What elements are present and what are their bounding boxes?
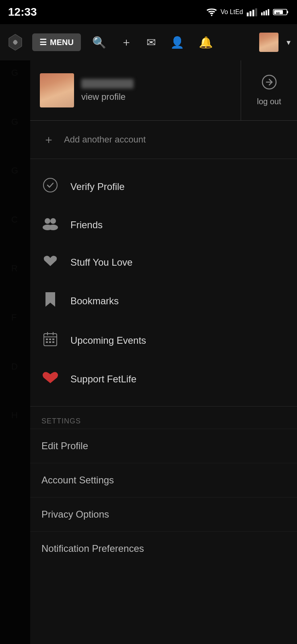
drawer-left-strip xyxy=(0,60,30,644)
profile-section: view profile log out xyxy=(30,60,297,121)
friends-label: Friends xyxy=(70,219,103,231)
menu-item-support-fetlife[interactable]: Support FetLife xyxy=(30,360,297,398)
support-fetlife-icon xyxy=(41,370,59,388)
menu-button[interactable]: ☰ MENU xyxy=(32,33,81,51)
logout-arrow-icon xyxy=(262,74,277,90)
vo-lted-icon: Vo LtEd xyxy=(221,8,243,16)
menu-item-bookmarks[interactable]: Bookmarks xyxy=(30,281,297,321)
svg-rect-5 xyxy=(261,12,263,15)
menu-item-upcoming-events[interactable]: Upcoming Events xyxy=(30,321,297,360)
menu-item-friends[interactable]: Friends xyxy=(30,206,297,244)
status-time: 12:33 xyxy=(8,6,37,19)
upcoming-events-icon xyxy=(41,331,59,349)
signal1-icon xyxy=(246,8,258,17)
verify-profile-label: Verify Profile xyxy=(70,181,125,192)
svg-point-16 xyxy=(50,218,56,224)
verify-profile-icon xyxy=(41,178,59,196)
settings-item-edit-profile[interactable]: Edit Profile xyxy=(30,429,297,463)
battery-icon: 60 xyxy=(273,8,289,17)
svg-rect-1 xyxy=(247,12,249,16)
profile-avatar-image xyxy=(40,73,74,107)
menu-item-stuff-you-love[interactable]: Stuff You Love xyxy=(30,244,297,281)
svg-rect-28 xyxy=(52,341,54,343)
svg-rect-2 xyxy=(250,11,252,17)
svg-text:60: 60 xyxy=(276,11,280,15)
logout-button[interactable]: log out xyxy=(241,60,297,120)
friends-icon xyxy=(41,217,59,233)
profile-info: view profile xyxy=(81,79,134,102)
profile-username xyxy=(81,79,134,89)
add-account-button[interactable]: ＋ Add another account xyxy=(30,121,297,159)
menu-items-section: Verify Profile Friends xyxy=(30,159,297,406)
settings-item-notification-preferences[interactable]: Notification Preferences xyxy=(30,531,297,566)
drawer: view profile log out ＋ Add another accou… xyxy=(30,60,297,644)
svg-rect-24 xyxy=(49,339,51,340)
svg-rect-4 xyxy=(255,8,257,17)
search-icon[interactable]: 🔍 xyxy=(89,34,109,51)
drawer-overlay: view profile log out ＋ Add another accou… xyxy=(0,60,297,644)
nav-avatar[interactable] xyxy=(259,33,278,52)
stuff-you-love-label: Stuff You Love xyxy=(70,257,132,268)
svg-point-0 xyxy=(211,14,212,16)
svg-rect-23 xyxy=(46,339,48,340)
account-settings-label: Account Settings xyxy=(41,475,114,485)
bookmarks-label: Bookmarks xyxy=(70,295,119,307)
view-profile-text: view profile xyxy=(81,92,134,102)
svg-rect-26 xyxy=(46,341,48,343)
svg-point-14 xyxy=(43,178,57,192)
settings-item-account-settings[interactable]: Account Settings xyxy=(30,463,297,497)
profile-view-button[interactable]: view profile xyxy=(30,60,241,120)
settings-item-privacy-options[interactable]: Privacy Options xyxy=(30,497,297,531)
add-icon[interactable]: ＋ xyxy=(118,33,135,52)
settings-header: SETTINGS xyxy=(30,411,297,429)
svg-rect-10 xyxy=(287,11,288,13)
nav-bar: ☰ MENU 🔍 ＋ ✉ 👤 🔔 ▾ xyxy=(0,24,297,60)
svg-rect-3 xyxy=(252,10,254,16)
upcoming-events-label: Upcoming Events xyxy=(70,335,146,346)
svg-rect-27 xyxy=(49,341,51,343)
status-icons: Vo LtEd 60 xyxy=(206,8,289,17)
svg-rect-25 xyxy=(52,339,54,340)
wifi-icon xyxy=(206,8,217,17)
mail-icon[interactable]: ✉ xyxy=(143,34,159,51)
svg-rect-7 xyxy=(266,10,267,15)
status-bar: 12:33 Vo LtEd 60 xyxy=(0,0,297,24)
notification-preferences-label: Notification Preferences xyxy=(41,543,144,554)
svg-point-15 xyxy=(45,218,50,224)
signal2-icon xyxy=(261,8,270,17)
menu-item-verify-profile[interactable]: Verify Profile xyxy=(30,167,297,206)
add-account-icon: ＋ xyxy=(41,132,56,147)
svg-point-18 xyxy=(48,225,58,230)
settings-section: SETTINGS Edit Profile Account Settings P… xyxy=(30,406,297,566)
svg-rect-6 xyxy=(263,11,265,15)
bookmarks-icon xyxy=(41,291,59,310)
bell-icon[interactable]: 🔔 xyxy=(196,34,216,51)
menu-label: MENU xyxy=(50,38,74,47)
edit-profile-label: Edit Profile xyxy=(41,440,88,451)
logout-text: log out xyxy=(257,97,281,106)
profile-avatar xyxy=(40,73,74,107)
person-icon[interactable]: 👤 xyxy=(167,34,188,51)
nav-dropdown-arrow-icon[interactable]: ▾ xyxy=(287,37,291,47)
privacy-options-label: Privacy Options xyxy=(41,509,109,520)
stuff-you-love-icon xyxy=(41,254,59,270)
svg-rect-8 xyxy=(268,9,269,16)
support-fetlife-label: Support FetLife xyxy=(70,374,136,385)
add-account-label: Add another account xyxy=(64,134,146,145)
logo-icon xyxy=(6,33,24,51)
logout-icon xyxy=(262,74,277,93)
menu-icon: ☰ xyxy=(39,37,47,47)
